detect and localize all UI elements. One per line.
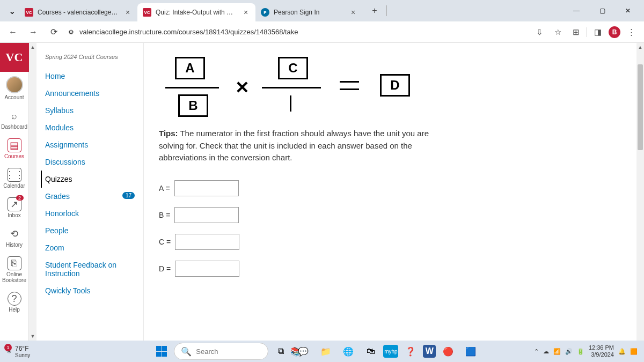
tray-volume-icon[interactable]: 🔊 bbox=[565, 348, 573, 355]
nav-grades[interactable]: Grades 17 bbox=[45, 188, 135, 205]
scroll-up-icon[interactable]: ▲ bbox=[29, 43, 36, 51]
weather-condition: Sunny bbox=[15, 352, 30, 358]
close-icon[interactable]: × bbox=[349, 8, 357, 17]
avatar bbox=[6, 76, 23, 93]
extensions-icon[interactable]: ⊞ bbox=[568, 25, 583, 40]
input-a[interactable] bbox=[174, 180, 239, 196]
inbox-badge: 2 bbox=[16, 195, 24, 201]
scroll-up-icon[interactable]: ▲ bbox=[636, 43, 644, 51]
profile-avatar[interactable]: B bbox=[609, 26, 620, 38]
answer-row-c: C = bbox=[159, 234, 633, 250]
nav-inbox[interactable]: 2 ↗ Inbox bbox=[0, 193, 29, 223]
taskbar-app[interactable]: ❓ bbox=[400, 343, 421, 360]
nav-honorlock[interactable]: Honorlock bbox=[45, 205, 135, 222]
address-bar: ← → ⟳ ⚙ valenciacollege.instructure.com/… bbox=[0, 21, 644, 43]
tab-pearson[interactable]: P Pearson Sign In × bbox=[255, 3, 363, 21]
institution-logo[interactable]: VC bbox=[0, 43, 29, 72]
scroll-down-icon[interactable]: ▼ bbox=[29, 332, 36, 341]
temperature: 76°F bbox=[15, 345, 30, 352]
tab-list-button[interactable]: ⌄ bbox=[4, 3, 19, 18]
nav-qwickly[interactable]: Qwickly Tools bbox=[45, 282, 135, 299]
help-icon: ? bbox=[8, 292, 21, 306]
page-content: VC Account ⌕ Dashboard ▤ Courses ⋮⋮ Cale… bbox=[0, 43, 644, 341]
nav-history[interactable]: ⟲ History bbox=[0, 223, 29, 252]
answer-row-a: A = bbox=[159, 180, 633, 196]
nav-assignments[interactable]: Assignments bbox=[45, 136, 135, 153]
weather-widget[interactable]: 1☀ 76°F Sunny bbox=[6, 345, 30, 358]
fraction-bar bbox=[165, 87, 219, 88]
nav-dashboard[interactable]: ⌕ Dashboard bbox=[0, 105, 29, 134]
taskbar-app-hp[interactable]: myhp bbox=[383, 345, 398, 358]
install-app-icon[interactable]: ⇩ bbox=[532, 25, 547, 40]
close-icon[interactable]: × bbox=[241, 8, 250, 17]
close-icon[interactable]: × bbox=[123, 8, 132, 17]
tab-quiz[interactable]: VC Quiz: Intake-Output with Dimen × bbox=[137, 3, 255, 21]
site-settings-icon[interactable]: ⚙ bbox=[67, 28, 75, 36]
label-c: C = bbox=[159, 238, 171, 246]
tray-chevron-icon[interactable]: ⌃ bbox=[534, 348, 539, 355]
reload-button[interactable]: ⟳ bbox=[46, 25, 61, 40]
input-d[interactable] bbox=[175, 261, 239, 277]
answer-row-b: B = bbox=[159, 207, 633, 223]
taskbar-app-edge[interactable]: 🌐 bbox=[338, 343, 358, 360]
global-nav-scrollbar[interactable]: ▲ ▼ bbox=[29, 43, 36, 341]
nav-account[interactable]: Account bbox=[0, 72, 29, 105]
tab-title: Courses - valenciacollege.edu bbox=[38, 9, 119, 16]
nav-zoom[interactable]: Zoom bbox=[45, 239, 135, 256]
page-scrollbar[interactable]: ▲ bbox=[636, 43, 644, 341]
tray-cloud-icon[interactable]: ☁ bbox=[543, 348, 549, 355]
url-text: valenciacollege.instructure.com/courses/… bbox=[79, 28, 298, 36]
tray-battery-icon[interactable]: 🔋 bbox=[577, 348, 584, 355]
taskbar-app[interactable]: 💬 bbox=[293, 343, 313, 360]
nav-syllabus[interactable]: Syllabus bbox=[45, 102, 135, 119]
back-button[interactable]: ← bbox=[5, 25, 20, 40]
course-navigation: Spring 2024 Credit Courses Home Announce… bbox=[36, 43, 144, 341]
windows-taskbar: 1☀ 76°F Sunny 🔍 📚 ⧉ 💬 📁 🌐 🛍 myhp ❓ W 🔴 🟦… bbox=[0, 341, 644, 362]
nav-announcements[interactable]: Announcements bbox=[45, 85, 135, 102]
tray-wifi-icon[interactable]: 📶 bbox=[553, 348, 561, 355]
nav-discussions[interactable]: Discussions bbox=[45, 153, 135, 171]
calendar-icon: ⋮⋮ bbox=[8, 168, 21, 182]
tray-app-icon[interactable]: 🟧 bbox=[630, 348, 638, 355]
forward-button[interactable]: → bbox=[26, 25, 41, 40]
close-window-button[interactable]: ✕ bbox=[616, 2, 640, 19]
label-d: D = bbox=[159, 264, 171, 273]
notifications-icon[interactable]: 🔔 bbox=[618, 348, 626, 355]
input-b[interactable] bbox=[174, 207, 239, 223]
nav-courses[interactable]: ▤ Courses bbox=[0, 134, 29, 164]
nav-modules[interactable]: Modules bbox=[45, 119, 135, 136]
taskbar-app-explorer[interactable]: 📁 bbox=[316, 343, 336, 360]
nav-bookstore[interactable]: ⎘ Online Bookstore bbox=[0, 252, 29, 287]
box-a: A bbox=[175, 57, 205, 79]
tab-title: Quiz: Intake-Output with Dimen bbox=[156, 9, 237, 16]
new-tab-button[interactable]: + bbox=[367, 3, 382, 18]
taskbar-app-chrome[interactable]: 🔴 bbox=[438, 343, 458, 360]
chrome-menu-icon[interactable]: ⋮ bbox=[624, 25, 639, 40]
answer-row-d: D = bbox=[159, 261, 633, 277]
tab-courses[interactable]: VC Courses - valenciacollege.edu × bbox=[19, 3, 137, 21]
maximize-button[interactable]: ▢ bbox=[590, 2, 614, 19]
taskbar-search[interactable]: 🔍 📚 bbox=[174, 343, 268, 360]
favicon-vc-icon: VC bbox=[143, 8, 151, 17]
nav-quizzes[interactable]: Quizzes bbox=[41, 171, 135, 188]
system-clock[interactable]: 12:36 PM 3/9/2024 bbox=[589, 344, 614, 358]
scrollbar-thumb[interactable] bbox=[638, 64, 643, 150]
input-c[interactable] bbox=[175, 234, 239, 250]
taskbar-app-word[interactable]: W bbox=[423, 345, 436, 358]
nav-feedback[interactable]: Student Feedback on Instruction bbox=[45, 256, 135, 282]
bookmark-icon[interactable]: ☆ bbox=[550, 25, 565, 40]
nav-home[interactable]: Home bbox=[45, 68, 135, 85]
url-field[interactable]: ⚙ valenciacollege.instructure.com/course… bbox=[67, 28, 526, 36]
favicon-pearson-icon: P bbox=[261, 8, 269, 17]
nav-people[interactable]: People bbox=[45, 222, 135, 239]
taskbar-app-store[interactable]: 🛍 bbox=[361, 343, 381, 360]
dashboard-icon: ⌕ bbox=[8, 109, 21, 123]
nav-help[interactable]: ? Help bbox=[0, 287, 29, 317]
nav-calendar[interactable]: ⋮⋮ Calendar bbox=[0, 164, 29, 193]
start-button[interactable] bbox=[151, 343, 172, 360]
minimize-button[interactable]: — bbox=[565, 2, 588, 19]
side-panel-icon[interactable]: ◨ bbox=[590, 25, 605, 40]
box-b: B bbox=[178, 94, 208, 117]
task-view-button[interactable]: ⧉ bbox=[270, 343, 291, 360]
taskbar-app[interactable]: 🟦 bbox=[460, 343, 481, 360]
